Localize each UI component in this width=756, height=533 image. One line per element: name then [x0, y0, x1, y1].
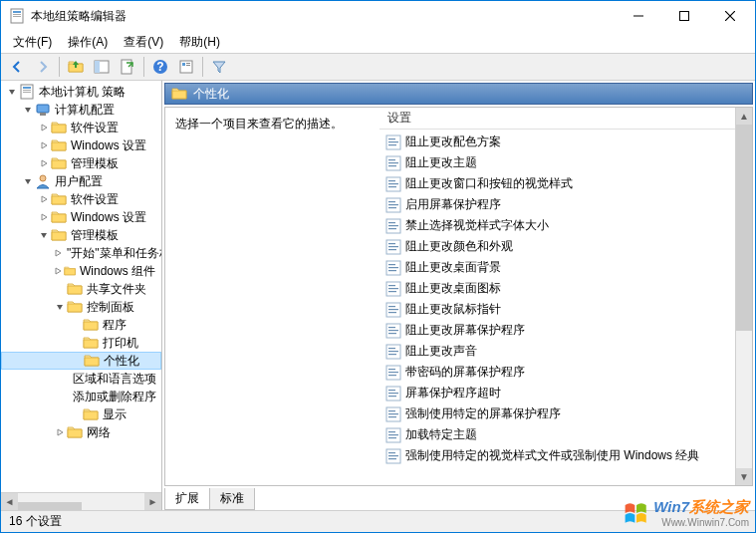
- tree-item[interactable]: "开始"菜单和任务栏: [1, 244, 161, 262]
- list-item[interactable]: 阻止更改颜色和外观: [379, 236, 735, 257]
- menubar: 文件(F) 操作(A) 查看(V) 帮助(H): [1, 31, 755, 53]
- expand-icon[interactable]: [53, 264, 64, 278]
- tab-standard[interactable]: 标准: [209, 488, 255, 510]
- expand-icon[interactable]: [53, 246, 63, 260]
- collapse-icon[interactable]: [37, 228, 51, 242]
- tree-item[interactable]: 程序: [1, 316, 161, 334]
- tree-item[interactable]: 显示: [1, 405, 161, 423]
- tree-item[interactable]: 网络: [1, 423, 161, 441]
- menu-help[interactable]: 帮助(H): [173, 32, 226, 53]
- tree-item[interactable]: 添加或删除程序: [1, 388, 161, 405]
- list-item[interactable]: 强制使用特定的视觉样式文件或强制使用 Windows 经典: [379, 445, 735, 466]
- tree-item[interactable]: Windows 设置: [1, 136, 161, 154]
- content-header: 个性化: [164, 83, 753, 105]
- policy-setting-icon: [385, 281, 401, 297]
- forward-button[interactable]: [31, 55, 55, 79]
- policy-setting-icon: [385, 365, 401, 381]
- list-item[interactable]: 阻止更改主题: [379, 152, 735, 173]
- list-item-label: 阻止更改配色方案: [405, 133, 501, 150]
- list-item[interactable]: 阻止更改声音: [379, 341, 735, 362]
- list-item[interactable]: 阻止更改桌面图标: [379, 278, 735, 299]
- spacer: [70, 354, 84, 368]
- policy-setting-icon: [385, 302, 401, 318]
- spacer: [53, 282, 67, 296]
- collapse-icon[interactable]: [21, 174, 35, 188]
- scroll-right-icon[interactable]: ►: [144, 493, 161, 510]
- list-item[interactable]: 阻止更改鼠标指针: [379, 299, 735, 320]
- expand-icon[interactable]: [37, 192, 51, 206]
- list-item-label: 阻止更改主题: [405, 154, 477, 171]
- close-button[interactable]: [707, 1, 753, 31]
- tree-item[interactable]: 用户配置: [1, 172, 161, 190]
- tree-item[interactable]: 个性化: [1, 352, 161, 370]
- policy-setting-icon: [385, 260, 401, 276]
- tree-item[interactable]: 管理模板: [1, 226, 161, 244]
- tree-item-label: 区域和语言选项: [71, 371, 158, 388]
- tree-item[interactable]: 打印机: [1, 334, 161, 352]
- list-item[interactable]: 阻止更改配色方案: [379, 132, 735, 152]
- policy-setting-icon: [385, 239, 401, 255]
- policy-setting-icon: [385, 427, 401, 443]
- spacer: [69, 407, 83, 421]
- tree-item[interactable]: 管理模板: [1, 154, 161, 172]
- list-item-label: 阻止更改鼠标指针: [405, 301, 501, 318]
- minimize-button[interactable]: [616, 1, 661, 31]
- tree-item[interactable]: 控制面板: [1, 298, 161, 316]
- expand-icon[interactable]: [37, 210, 51, 224]
- tree-horizontal-scrollbar[interactable]: ◄ ►: [1, 492, 161, 510]
- properties-button[interactable]: [174, 55, 198, 79]
- tree-item[interactable]: 本地计算机 策略: [1, 83, 161, 101]
- scroll-down-icon[interactable]: ▼: [736, 468, 752, 485]
- tree-item[interactable]: 区域和语言选项: [1, 370, 161, 388]
- folder-icon: [64, 263, 76, 279]
- nav-tree[interactable]: 本地计算机 策略计算机配置软件设置Windows 设置管理模板用户配置软件设置W…: [1, 81, 161, 492]
- tree-item[interactable]: Windows 组件: [1, 262, 161, 280]
- list-item-label: 阻止更改桌面图标: [405, 280, 501, 297]
- expand-icon[interactable]: [37, 138, 51, 152]
- tree-item-label: 软件设置: [69, 191, 121, 208]
- list-item[interactable]: 禁止选择视觉样式字体大小: [379, 215, 735, 236]
- menu-action[interactable]: 操作(A): [62, 32, 114, 53]
- tree-item[interactable]: Windows 设置: [1, 208, 161, 226]
- list-item-label: 阻止更改声音: [405, 343, 477, 360]
- tree-item-label: Windows 设置: [69, 137, 148, 154]
- list-item[interactable]: 强制使用特定的屏幕保护程序: [379, 403, 735, 424]
- menu-file[interactable]: 文件(F): [7, 32, 58, 53]
- tree-item[interactable]: 软件设置: [1, 190, 161, 208]
- tree-item-label: 管理模板: [69, 227, 121, 244]
- collapse-icon[interactable]: [53, 300, 67, 314]
- user-icon: [35, 173, 51, 189]
- collapse-icon[interactable]: [21, 103, 35, 117]
- scroll-up-icon[interactable]: ▲: [736, 108, 752, 125]
- folder-icon: [171, 86, 187, 102]
- expand-icon[interactable]: [53, 425, 67, 439]
- expand-icon[interactable]: [37, 156, 51, 170]
- maximize-button[interactable]: [661, 1, 707, 31]
- list-item-label: 强制使用特定的屏幕保护程序: [405, 405, 561, 422]
- tree-item-label: 管理模板: [69, 155, 121, 172]
- back-button[interactable]: [5, 55, 29, 79]
- column-header-settings[interactable]: 设置: [379, 108, 735, 130]
- spacer: [69, 318, 83, 332]
- up-button[interactable]: [64, 55, 88, 79]
- list-vertical-scrollbar[interactable]: ▲ ▼: [735, 108, 752, 485]
- tree-item[interactable]: 计算机配置: [1, 101, 161, 119]
- list-item[interactable]: 阻止更改桌面背景: [379, 257, 735, 278]
- tree-item[interactable]: 共享文件夹: [1, 280, 161, 298]
- help-button[interactable]: ?: [148, 55, 172, 79]
- expand-icon[interactable]: [37, 121, 51, 134]
- show-hide-tree-button[interactable]: [90, 55, 114, 79]
- list-item[interactable]: 阻止更改窗口和按钮的视觉样式: [379, 173, 735, 194]
- list-item[interactable]: 屏幕保护程序超时: [379, 383, 735, 403]
- menu-view[interactable]: 查看(V): [118, 32, 169, 53]
- list-item[interactable]: 带密码的屏幕保护程序: [379, 362, 735, 383]
- list-item[interactable]: 启用屏幕保护程序: [379, 194, 735, 215]
- tab-extended[interactable]: 扩展: [164, 488, 210, 510]
- export-button[interactable]: [116, 55, 139, 79]
- list-item[interactable]: 加载特定主题: [379, 424, 735, 445]
- list-item[interactable]: 阻止更改屏幕保护程序: [379, 320, 735, 341]
- collapse-icon[interactable]: [5, 85, 19, 99]
- scroll-left-icon[interactable]: ◄: [1, 493, 18, 510]
- tree-item[interactable]: 软件设置: [1, 119, 161, 136]
- filter-button[interactable]: [207, 55, 231, 79]
